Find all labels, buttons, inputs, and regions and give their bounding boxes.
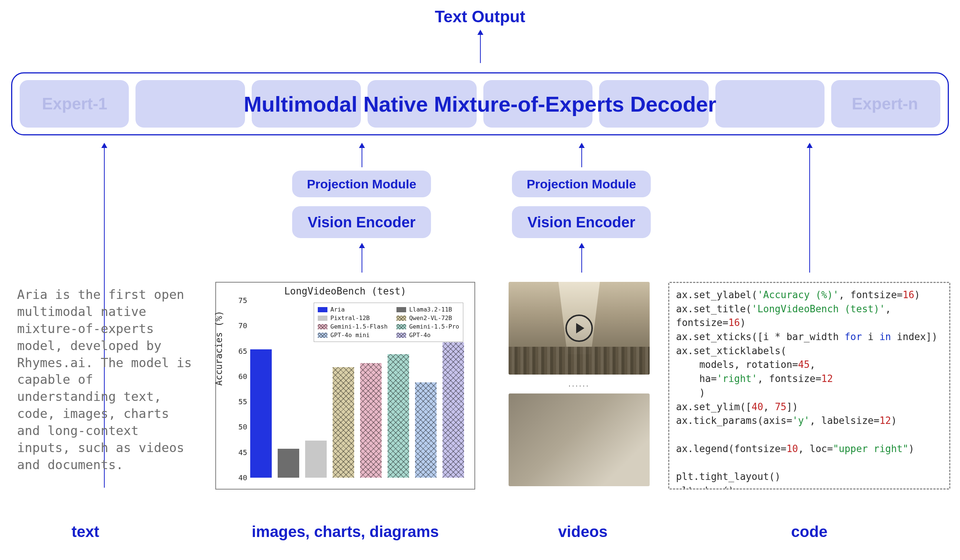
chart-ytick: 50 (238, 423, 247, 431)
chart-bar (415, 382, 437, 478)
code-token: ax.set_ylabel( (676, 289, 757, 300)
code-token: i (862, 331, 880, 342)
code-token: 12 (880, 415, 891, 426)
chart-bar (360, 363, 382, 478)
col-label-videos: videos (531, 523, 635, 541)
arrow-icon (362, 147, 362, 167)
code-token: ]) (786, 401, 798, 412)
expert-card (368, 80, 477, 128)
text-sample: Aria is the first open multimodal native… (17, 286, 195, 474)
code-token: ax.legend(fontsize= (676, 443, 786, 454)
chart-bar (305, 440, 327, 478)
code-token: in (880, 331, 891, 342)
chart-bar (250, 349, 272, 478)
arrow-icon (581, 247, 582, 273)
code-token: ax.set_title( (676, 303, 752, 314)
code-token: ) (676, 387, 705, 398)
chart-ytick: 65 (238, 347, 247, 356)
expert-card (252, 80, 361, 128)
code-token: index]) (891, 331, 938, 342)
chart-title: LongVideoBench (test) (216, 286, 474, 297)
vision-encoder: Vision Encoder (292, 206, 431, 238)
chart-bars (247, 300, 467, 478)
code-token: 16 (728, 317, 740, 328)
code-token: 'right' (717, 373, 758, 384)
arrow-icon (480, 34, 481, 63)
code-token: ax.set_xticks([i * bar_width (676, 331, 845, 342)
code-token: , fontsize= (757, 373, 821, 384)
code-token: , (763, 401, 775, 412)
chart-yticks: 4045505560657075 (234, 300, 247, 478)
chart-bar (443, 342, 464, 478)
code-token: 'y' (792, 415, 810, 426)
code-token: plt.tight_layout() plt.show() (676, 471, 781, 490)
code-token: ) (914, 289, 920, 300)
chart-ytick: 75 (238, 296, 247, 305)
code-token: , labelsize= (810, 415, 880, 426)
code-token: ) (909, 443, 914, 454)
code-token: 40 (752, 401, 763, 412)
ellipsis-icon: ······ (509, 381, 650, 390)
code-token: "upper right" (833, 443, 909, 454)
arrow-icon (581, 147, 582, 167)
code-token: 45 (798, 359, 810, 370)
chart-ytick: 55 (238, 397, 247, 406)
col-label-code: code (765, 523, 854, 541)
col-label-images: images, charts, diagrams (230, 523, 460, 541)
expert-last-label: Expert-n (852, 94, 918, 113)
code-token: ) (891, 415, 897, 426)
crowd-shape (509, 347, 650, 375)
vision-encoder: Vision Encoder (512, 206, 651, 238)
code-token: , fontsize= (838, 289, 902, 300)
chart-ytick: 45 (238, 448, 247, 457)
video-column: ······ (509, 282, 650, 493)
projection-module: Projection Module (512, 171, 651, 197)
code-token: for (845, 331, 862, 342)
code-token: ax.tick_params(axis= (676, 415, 792, 426)
chart-ytick: 60 (238, 372, 247, 381)
code-token: , loc= (798, 443, 833, 454)
chart-container: LongVideoBench (test) Accuracies (%) 404… (215, 282, 475, 490)
chart-plot-area: AriaLlama3.2-11BPixtral-12BQwen2-VL-72BG… (247, 300, 467, 478)
expert-card (483, 80, 592, 128)
code-token: 12 (821, 373, 833, 384)
code-token: 'Accuracy (%)' (757, 289, 838, 300)
code-token: 75 (775, 401, 786, 412)
chart-bar (333, 367, 354, 478)
chart-bar (278, 449, 299, 478)
code-token: ax.set_ylim([ (676, 401, 752, 412)
code-token: 16 (903, 289, 914, 300)
projection-module: Projection Module (292, 171, 431, 197)
code-token: ax.set_xticklabels( models, rotation= (676, 345, 798, 370)
arrow-icon (362, 247, 362, 273)
code-token: 10 (786, 443, 798, 454)
chart-ytick: 40 (238, 473, 247, 482)
output-title: Text Output (0, 7, 960, 26)
code-sample: ax.set_ylabel('Accuracy (%)', fontsize=1… (668, 282, 950, 490)
arrow-icon (809, 147, 810, 273)
code-token: ) (740, 317, 746, 328)
code-token: 'LongVideoBench (test)' (752, 303, 885, 314)
expert-card (136, 80, 245, 128)
chart-ylabel: Accuracies (%) (214, 311, 224, 386)
col-label-text: text (37, 523, 134, 541)
decoder-container: Expert-1 Expert-n Multimodal Native Mixt… (11, 72, 949, 136)
chart-ytick: 70 (238, 321, 247, 330)
expert-card (599, 80, 708, 128)
chart-bar (387, 354, 409, 478)
play-icon (565, 314, 593, 342)
expert-card (715, 80, 824, 128)
video-thumbnail (509, 282, 650, 375)
video-thumbnail (509, 394, 650, 486)
expert-first-label: Expert-1 (42, 94, 107, 113)
